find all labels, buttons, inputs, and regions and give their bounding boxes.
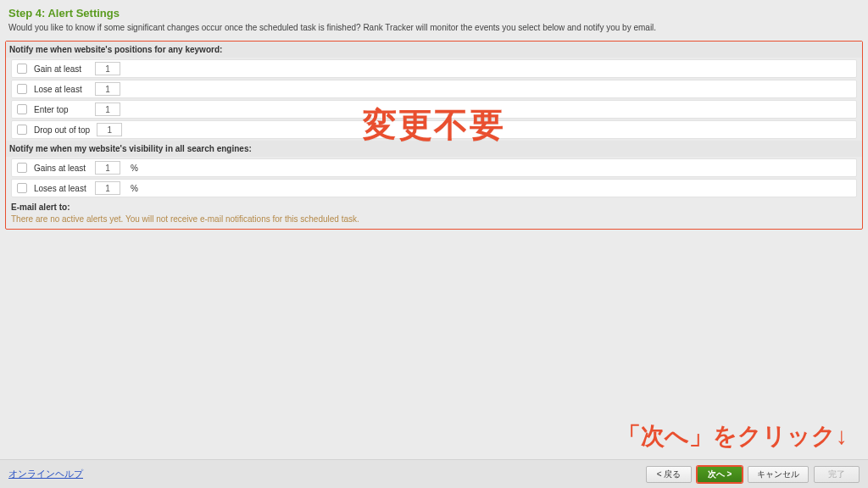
checkbox-enter[interactable] <box>17 104 27 114</box>
checkbox-drop[interactable] <box>17 125 27 135</box>
input-wrap-vlose <box>95 181 120 195</box>
back-button[interactable]: < 戻る <box>646 466 692 483</box>
annotation-center: 変更不要 <box>363 102 505 148</box>
input-wrap-vgain <box>95 161 120 175</box>
section-positions-label: Notify me when website's positions for a… <box>6 42 862 58</box>
input-wrap-drop <box>97 123 122 136</box>
visibility-rows: Gains at least % Loses at least % <box>6 158 862 197</box>
checkbox-vgain[interactable] <box>17 163 27 173</box>
input-drop[interactable] <box>97 124 121 136</box>
email-alert-block: E-mail alert to: There are no active ale… <box>6 199 862 229</box>
input-enter[interactable] <box>96 103 120 115</box>
row-gain-at-least: Gain at least <box>11 59 857 78</box>
input-vgain[interactable] <box>96 162 120 174</box>
email-alert-text: There are no active alerts yet. You will… <box>11 214 857 224</box>
row-lose-at-least: Lose at least <box>11 80 857 98</box>
cancel-button[interactable]: キャンセル <box>748 466 809 483</box>
page-root: Step 4: Alert Settings Would you like to… <box>0 0 868 488</box>
row-visibility-gains: Gains at least % <box>11 158 857 177</box>
unit-vlose: % <box>131 184 138 193</box>
step-subtitle: Would you like to know if some significa… <box>8 23 860 32</box>
header: Step 4: Alert Settings Would you like to… <box>0 0 868 36</box>
next-button[interactable]: 次へ > <box>697 466 743 483</box>
checkbox-gain[interactable] <box>17 64 27 74</box>
input-wrap-lose <box>95 82 120 96</box>
input-lose[interactable] <box>96 83 120 95</box>
online-help-link[interactable]: オンラインヘルプ <box>8 468 83 480</box>
annotation-bottom: 「次へ」をクリック↓ <box>617 420 848 452</box>
finish-button: 完了 <box>814 466 860 483</box>
row-visibility-loses: Loses at least % <box>11 179 857 197</box>
checkbox-lose[interactable] <box>17 84 27 94</box>
step-title: Step 4: Alert Settings <box>8 7 860 19</box>
email-alert-title: E-mail alert to: <box>11 202 857 212</box>
input-wrap-gain <box>95 62 120 75</box>
label-vlose: Loses at least <box>34 184 88 193</box>
footer-bar: オンラインヘルプ < 戻る 次へ > キャンセル 完了 <box>0 459 868 488</box>
label-vgain: Gains at least <box>34 164 88 173</box>
label-lose: Lose at least <box>34 85 88 94</box>
label-drop: Drop out of top <box>34 125 90 135</box>
unit-vgain: % <box>131 164 138 173</box>
input-vlose[interactable] <box>96 182 120 194</box>
label-gain: Gain at least <box>34 64 88 74</box>
input-gain[interactable] <box>96 63 120 75</box>
checkbox-vlose[interactable] <box>17 183 27 193</box>
label-enter: Enter top <box>34 105 88 114</box>
input-wrap-enter <box>95 103 120 116</box>
